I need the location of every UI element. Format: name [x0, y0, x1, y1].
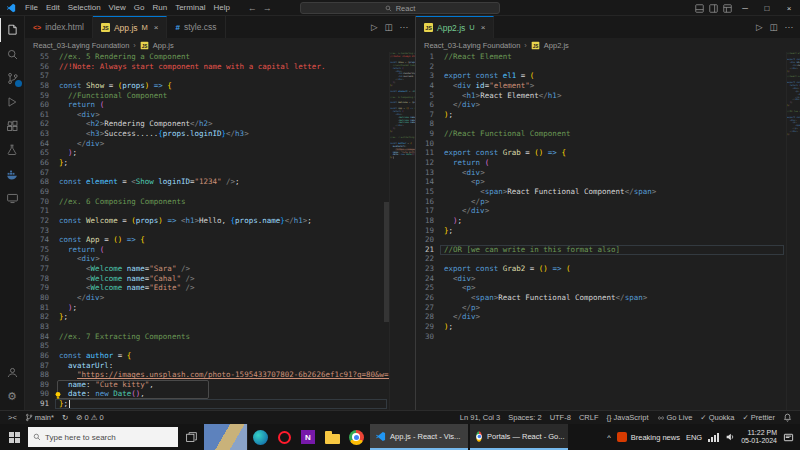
tab-app-js[interactable]: JS App.js M × [93, 16, 168, 38]
account-icon[interactable] [0, 360, 25, 384]
tab-index-html[interactable]: <> index.html [25, 16, 93, 38]
chrome-taskbar-button[interactable]: Portals — React - Go... [470, 424, 568, 450]
remote-explorer-icon[interactable] [0, 186, 25, 210]
code-line[interactable]: }; [59, 312, 389, 322]
minimap[interactable]: //ex. 5 Rendering a Component//!Note: Al… [389, 52, 415, 410]
minimap[interactable]: //React Elementexport const el1 = ( <div… [786, 52, 800, 410]
code-line[interactable] [444, 332, 786, 342]
code-line[interactable]: <div> [59, 110, 389, 120]
clock[interactable]: 11:22 PM 05-01-2024 [741, 429, 777, 446]
code-line[interactable]: export const Grab = () => { [444, 148, 786, 158]
quokka-indicator[interactable]: ✓ Quokka [696, 411, 738, 424]
breadcrumb-file[interactable]: App.js [153, 41, 174, 50]
code-line[interactable]: name: "Cute kitty", [59, 380, 389, 390]
news-weather-widget[interactable] [204, 424, 248, 450]
code-line[interactable]: return ( [444, 158, 786, 168]
code-line[interactable]: date: new Date(), [59, 389, 389, 399]
git-branch-indicator[interactable]: main* [21, 411, 58, 424]
code-line[interactable]: //ex. 6 Composing Components [59, 197, 389, 207]
network-icon[interactable] [708, 433, 719, 442]
code-line[interactable]: <Welcome name="Sara" /> [59, 264, 389, 274]
code-line[interactable]: //ex. 7 Extracting Components [59, 332, 389, 342]
code-line[interactable] [59, 322, 389, 332]
breadcrumb-folder[interactable]: React_03-Laying Foundation [33, 41, 129, 50]
code-line[interactable]: <Welcome name="Edite" /> [59, 283, 389, 293]
code-area[interactable]: //ex. 5 Rendering a Component//!Note: Al… [55, 52, 389, 410]
remote-indicator[interactable]: >< [4, 411, 21, 424]
code-line[interactable]: const Welcome = (props) => <h1>Hello, {p… [59, 216, 389, 226]
code-line[interactable] [59, 168, 389, 178]
code-line[interactable]: <div> [444, 168, 786, 178]
close-window-button[interactable]: × [778, 0, 800, 16]
code-line[interactable]: const App = () => { [59, 235, 389, 245]
menu-help[interactable]: Help [209, 0, 233, 16]
code-line[interactable]: }; [444, 226, 786, 236]
code-line[interactable]: avatarUrl: [59, 361, 389, 371]
start-button[interactable] [0, 424, 28, 450]
run-code-icon[interactable]: ▷ [756, 22, 763, 32]
code-line[interactable]: </p> [444, 303, 786, 313]
edge-icon[interactable] [248, 424, 272, 450]
code-line[interactable] [444, 62, 786, 72]
code-line[interactable]: </div> [59, 139, 389, 149]
customize-layout-icon[interactable] [720, 0, 734, 16]
code-line[interactable]: const element = <Show loginID="1234" />; [59, 177, 389, 187]
code-line[interactable]: ); [444, 322, 786, 332]
maximize-button[interactable]: □ [756, 0, 778, 16]
code-line[interactable]: //ex. 5 Rendering a Component [59, 52, 389, 62]
code-line[interactable] [444, 254, 786, 264]
code-line[interactable]: ); [59, 303, 389, 313]
code-line[interactable]: //React Functional Component [444, 129, 786, 139]
code-line[interactable]: //OR [we can write in this format also] [444, 245, 786, 255]
code-line[interactable]: //!Note: Always start component name wit… [59, 62, 389, 72]
code-line[interactable]: }; [59, 158, 389, 168]
volume-icon[interactable] [725, 432, 735, 442]
breadcrumb[interactable]: React_03-Laying Foundation › JS App2.js [416, 38, 800, 52]
toggle-secondary-sidebar-icon[interactable] [706, 0, 720, 16]
prettier-indicator[interactable]: ✓ Prettier [739, 411, 779, 424]
code-line[interactable]: <span>React Functional Component</span> [444, 187, 786, 197]
code-line[interactable] [59, 341, 389, 351]
close-icon[interactable]: × [481, 23, 486, 32]
code-line[interactable] [444, 119, 786, 129]
search-icon[interactable] [0, 42, 25, 66]
close-icon[interactable]: × [154, 23, 159, 32]
notifications-bell-icon[interactable] [779, 411, 796, 424]
code-line[interactable] [444, 139, 786, 149]
breadcrumb-file[interactable]: App2.js [544, 41, 569, 50]
forward-icon[interactable]: → [263, 3, 272, 13]
chrome-icon[interactable] [344, 424, 368, 450]
opera-icon[interactable] [272, 424, 296, 450]
code-line[interactable]: <p> [444, 283, 786, 293]
problems-indicator[interactable]: ⊘ 0 ⚠ 0 [72, 411, 107, 424]
eol-indicator[interactable]: CRLF [575, 411, 603, 424]
taskbar-search-input[interactable]: Type here to search [28, 427, 178, 447]
tab-style-css[interactable]: # style.css [167, 16, 225, 38]
run-code-icon[interactable]: ▷ [371, 22, 378, 32]
encoding-indicator[interactable]: UTF-8 [546, 411, 575, 424]
cursor-position-indicator[interactable]: Ln 91, Col 3 [456, 411, 504, 424]
code-line[interactable]: //Functional Component [59, 91, 389, 101]
code-line[interactable]: "https://images.unsplash.com/photo-15954… [59, 370, 389, 380]
menu-selection[interactable]: Selection [64, 0, 105, 16]
code-line[interactable]: <h3>Success.....{props.loginID}</h3> [59, 129, 389, 139]
code-line[interactable]: <p> [444, 177, 786, 187]
code-line[interactable]: </div> [444, 100, 786, 110]
toggle-panel-icon[interactable] [692, 0, 706, 16]
code-line[interactable] [444, 235, 786, 245]
code-line[interactable]: return ( [59, 100, 389, 110]
run-debug-icon[interactable] [0, 90, 25, 114]
task-view-button[interactable] [178, 424, 204, 450]
tab-app2-js[interactable]: JS App2.js U × [416, 16, 494, 38]
code-line[interactable]: <div> [59, 254, 389, 264]
source-control-icon[interactable] [0, 66, 25, 90]
menu-file[interactable]: File [21, 0, 42, 16]
code-line[interactable]: const Show = (props) => { [59, 81, 389, 91]
code-line[interactable]: </p> [444, 197, 786, 207]
breadcrumb-folder[interactable]: React_03-Laying Foundation [424, 41, 520, 50]
explorer-icon[interactable] [0, 18, 25, 42]
docker-icon[interactable] [0, 162, 25, 186]
code-line[interactable]: <span>React Functional Component</span> [444, 293, 786, 303]
code-line[interactable]: return ( [59, 245, 389, 255]
split-editor-icon[interactable]: ◫ [769, 22, 777, 32]
